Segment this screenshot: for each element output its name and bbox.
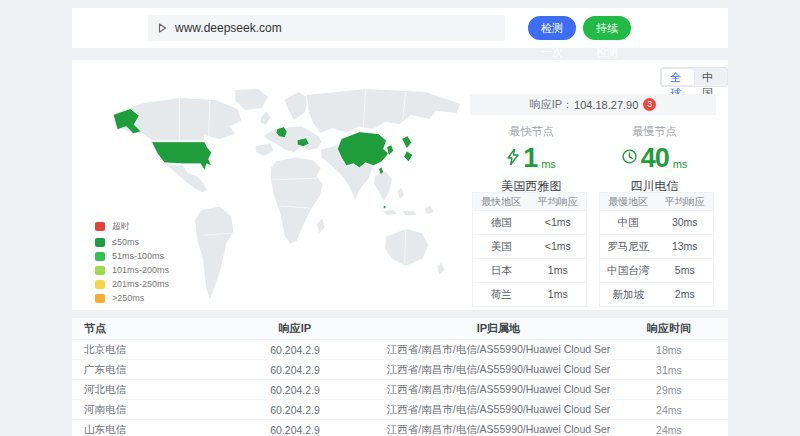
legend-color-chip bbox=[95, 266, 105, 275]
region-name: 中国台湾 bbox=[600, 259, 657, 282]
region-response: 13ms bbox=[657, 235, 714, 258]
region-row: 美国<1ms bbox=[473, 235, 586, 259]
cell-response-time: 18ms bbox=[610, 344, 728, 356]
tab-global[interactable]: 全球 bbox=[662, 69, 694, 85]
map-australia bbox=[385, 228, 429, 266]
legend-label: 201ms-250ms bbox=[112, 279, 169, 289]
fastest-node-value: 1 bbox=[523, 143, 537, 174]
result-overview-card: 超时≤50ms51ms-100ms101ms-200ms201ms-250ms>… bbox=[72, 60, 728, 310]
map-singapore-highlight bbox=[383, 206, 386, 209]
table-row: 山东电信60.204.2.9江西省/南昌市/电信/AS55990/Huawei … bbox=[72, 420, 728, 436]
fastest-node-title: 最快节点 bbox=[470, 124, 593, 139]
cell-ip-location: 江西省/南昌市/电信/AS55990/Huawei Cloud Service … bbox=[387, 343, 610, 357]
region-row: 中国台湾5ms bbox=[600, 259, 713, 283]
legend-label: ≤50ms bbox=[112, 237, 139, 247]
response-ip-value: 104.18.27.90 bbox=[574, 99, 638, 111]
slowest-node-title: 最慢节点 bbox=[593, 124, 716, 139]
region-row: 新加坡2ms bbox=[600, 283, 713, 306]
map-philippines bbox=[397, 187, 405, 200]
response-ip-label: 响应IP： bbox=[530, 97, 573, 112]
legend-item: 51ms-100ms bbox=[95, 251, 169, 261]
col-ip-location: IP归属地 bbox=[387, 321, 610, 336]
fastest-table-header: 最快地区 平均响应 bbox=[473, 193, 586, 211]
col-node: 节点 bbox=[72, 321, 203, 336]
cell-node-name: 河北电信 bbox=[72, 383, 203, 397]
legend-color-chip bbox=[95, 294, 105, 303]
legend-label: 超时 bbox=[112, 220, 130, 233]
table-row: 广东电信60.204.2.9江西省/南昌市/电信/AS55990/Huawei … bbox=[72, 360, 728, 380]
node-summary: 最快节点 1 ms 美国西雅图 最慢节点 40 ms 四川电信 bbox=[470, 124, 716, 195]
region-response: 5ms bbox=[657, 259, 714, 282]
region-name: 新加坡 bbox=[600, 283, 657, 306]
legend-color-chip bbox=[95, 222, 105, 231]
map-japan-highlight bbox=[402, 136, 413, 162]
map-mexico bbox=[165, 164, 207, 193]
region-name: 罗马尼亚 bbox=[600, 235, 657, 258]
fastest-node-unit: ms bbox=[541, 158, 556, 170]
col-response-ip: 响应IP bbox=[203, 321, 387, 336]
slowest-table-header: 最慢地区 平均响应 bbox=[600, 193, 713, 211]
legend-item: 101ms-200ms bbox=[95, 265, 169, 275]
map-se-asia bbox=[374, 171, 393, 202]
ip-count-badge[interactable]: 3 bbox=[643, 98, 656, 111]
region-row: 德国<1ms bbox=[473, 211, 586, 235]
col-avg-response: 平均响应 bbox=[530, 193, 587, 210]
map-madagascar bbox=[316, 217, 325, 234]
region-name: 美国 bbox=[473, 235, 530, 258]
map-new-zealand bbox=[437, 261, 445, 275]
tab-china[interactable]: 中国 bbox=[694, 69, 726, 85]
cell-response-ip: 60.204.2.9 bbox=[203, 364, 387, 376]
cell-response-ip: 60.204.2.9 bbox=[203, 384, 387, 396]
map-iberia bbox=[255, 143, 274, 157]
play-icon bbox=[158, 23, 167, 33]
col-fast-region: 最快地区 bbox=[473, 193, 530, 210]
cell-response-time: 24ms bbox=[610, 424, 728, 436]
region-response: <1ms bbox=[530, 211, 587, 234]
col-slow-region: 最慢地区 bbox=[600, 193, 657, 210]
region-response: <1ms bbox=[530, 235, 587, 258]
map-greenland bbox=[235, 88, 269, 110]
legend-item: >250ms bbox=[95, 293, 169, 303]
map-legend: 超时≤50ms51ms-100ms101ms-200ms201ms-250ms>… bbox=[95, 220, 169, 307]
col-response-time: 响应时间 bbox=[610, 321, 728, 336]
cell-response-time: 24ms bbox=[610, 404, 728, 416]
cell-ip-location: 江西省/南昌市/电信/AS55990/Huawei Cloud Service … bbox=[387, 383, 610, 397]
map-uk bbox=[260, 111, 271, 126]
region-name: 中国 bbox=[600, 211, 657, 234]
region-response: 2ms bbox=[657, 283, 714, 306]
region-row: 罗马尼亚13ms bbox=[600, 235, 713, 259]
region-name: 荷兰 bbox=[473, 283, 530, 306]
node-detail-table: 节点 响应IP IP归属地 响应时间 北京电信60.204.2.9江西省/南昌市… bbox=[72, 318, 728, 436]
slowest-node-block: 最慢节点 40 ms 四川电信 bbox=[593, 124, 716, 195]
cell-response-time: 29ms bbox=[610, 384, 728, 396]
col-avg-response: 平均响应 bbox=[657, 193, 714, 210]
region-name: 德国 bbox=[473, 211, 530, 234]
lightning-icon bbox=[507, 149, 519, 169]
cell-ip-location: 江西省/南昌市/电信/AS55990/Huawei Cloud Service … bbox=[387, 403, 610, 417]
region-row: 日本1ms bbox=[473, 259, 586, 283]
url-input[interactable]: www.deepseek.com bbox=[148, 15, 505, 41]
cell-node-name: 北京电信 bbox=[72, 343, 203, 357]
fastest-regions-table: 最快地区 平均响应 德国<1ms美国<1ms日本1ms荷兰1ms bbox=[472, 192, 587, 307]
legend-label: 51ms-100ms bbox=[112, 251, 164, 261]
fastest-node-block: 最快节点 1 ms 美国西雅图 bbox=[470, 124, 593, 195]
region-row: 中国30ms bbox=[600, 211, 713, 235]
test-once-button[interactable]: 检测一次 bbox=[528, 16, 576, 40]
map-scandinavia bbox=[284, 91, 309, 120]
slowest-node-value: 40 bbox=[641, 143, 669, 174]
map-africa bbox=[270, 157, 323, 244]
scope-tabs: 全球 中国 bbox=[660, 67, 728, 87]
legend-item: 201ms-250ms bbox=[95, 279, 169, 289]
cell-response-ip: 60.204.2.9 bbox=[203, 424, 387, 436]
cell-node-name: 山东电信 bbox=[72, 423, 203, 436]
table-row: 河北电信60.204.2.9江西省/南昌市/电信/AS55990/Huawei … bbox=[72, 380, 728, 400]
slowest-node-unit: ms bbox=[673, 158, 688, 170]
cell-response-time: 31ms bbox=[610, 364, 728, 376]
continuous-test-button[interactable]: 持续检测 bbox=[583, 16, 631, 40]
url-value: www.deepseek.com bbox=[175, 21, 282, 35]
legend-label: 101ms-200ms bbox=[112, 265, 169, 275]
region-row: 荷兰1ms bbox=[473, 283, 586, 306]
search-toolbar: www.deepseek.com 检测一次 持续检测 bbox=[72, 8, 728, 48]
legend-label: >250ms bbox=[112, 293, 144, 303]
table-row: 北京电信60.204.2.9江西省/南昌市/电信/AS55990/Huawei … bbox=[72, 340, 728, 360]
